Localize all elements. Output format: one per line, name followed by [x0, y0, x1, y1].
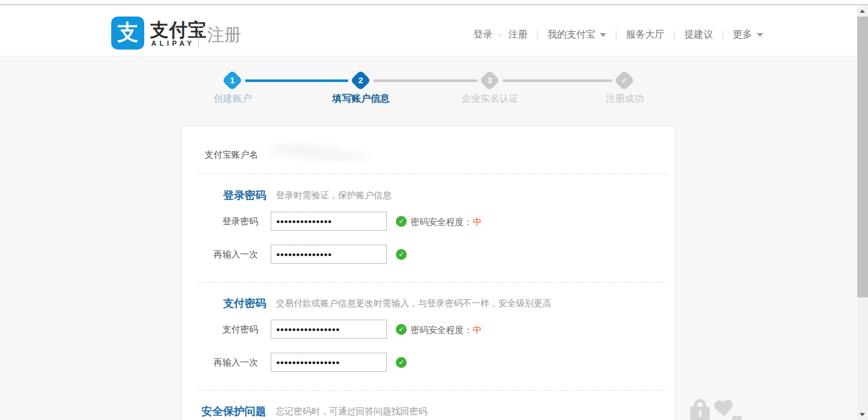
check-circle-icon: ✓ — [396, 324, 407, 335]
pay-password-confirm-label: 再输入一次 — [182, 357, 258, 369]
alipay-logo-icon: 支 — [111, 17, 144, 50]
login-password-confirm-label: 再输入一次 — [182, 249, 258, 261]
pay-password-section-title: 支付密码 — [182, 296, 266, 311]
nav-service-hall-link[interactable]: 服务大厅 — [626, 29, 664, 41]
account-name-label: 支付宝账户名 — [182, 149, 258, 161]
step-4-marker: ✓ — [614, 70, 635, 91]
pay-password-input[interactable] — [271, 320, 387, 339]
nav-separator: | — [722, 29, 724, 39]
stepper-connector-active — [245, 79, 348, 82]
scrollbar-thumb[interactable] — [857, 17, 868, 297]
step-1-marker: 1 — [222, 70, 243, 91]
pay-password-label: 支付密码 — [182, 324, 258, 335]
page-title: 注册 — [207, 24, 241, 46]
login-password-label: 登录密码 — [182, 216, 258, 227]
nav-login-link[interactable]: 登录 — [473, 29, 492, 41]
nav-separator: | — [536, 29, 539, 39]
nav-suggest-link[interactable]: 提建议 — [684, 29, 713, 41]
step-2-label: 填写账户信息 — [304, 93, 418, 105]
stepper-connector — [374, 79, 477, 82]
step-1-label: 创建账户 — [175, 93, 290, 105]
login-password-input[interactable] — [271, 212, 387, 231]
strength-level: 中 — [473, 325, 482, 335]
check-circle-icon: ✓ — [396, 216, 407, 227]
registration-form-card: 支付宝账户名 登录密码 登录时需验证，保护账户信息 登录密码 ✓ 密码安全程度：… — [181, 125, 675, 420]
login-password-section-title: 登录密码 — [182, 188, 266, 203]
security-question-section-title: 安全保护问题 — [182, 404, 266, 419]
step-3-marker: 3 — [479, 70, 500, 91]
account-name-redacted — [269, 141, 372, 165]
login-password-section-desc: 登录时需验证，保护账户信息 — [276, 190, 391, 201]
chevron-down-icon — [757, 33, 763, 37]
check-circle-icon: ✓ — [396, 249, 407, 260]
scrollbar-down-button[interactable] — [857, 409, 868, 420]
login-password-strength: 密码安全程度：中 — [410, 217, 482, 228]
logo-divider — [198, 20, 199, 48]
browser-chrome-strip — [0, 0, 868, 5]
vertical-scrollbar[interactable] — [857, 6, 868, 420]
brand-name-latin: ALIPAY — [151, 39, 195, 47]
step-2-marker: 2 — [350, 70, 371, 91]
scrollbar-up-button[interactable] — [857, 6, 868, 17]
login-password-confirm-input[interactable] — [271, 245, 387, 264]
divider — [198, 173, 667, 174]
pay-password-confirm-input[interactable] — [271, 353, 387, 372]
chevron-down-icon — [600, 33, 606, 37]
top-nav: 登录 - 注册 | 我的支付宝 | 服务大厅 | 提建议 | 更多 — [473, 27, 763, 42]
nav-my-alipay-menu[interactable]: 我的支付宝 — [548, 29, 606, 41]
nav-register-link[interactable]: 注册 — [508, 29, 527, 41]
arrow-down-icon — [860, 413, 865, 416]
security-question-section-desc: 忘记密码时，可通过回答问题找回密码 — [276, 406, 427, 417]
nav-separator: | — [615, 29, 618, 39]
pay-password-strength: 密码安全程度：中 — [410, 325, 482, 336]
arrow-up-icon — [860, 10, 865, 13]
strength-level: 中 — [473, 217, 482, 227]
step-4-label: 注册成功 — [567, 93, 682, 105]
check-circle-icon: ✓ — [396, 357, 407, 368]
pay-password-section-desc: 交易付款或账户信息更改时需输入，与登录密码不一样，安全级别更高 — [276, 298, 552, 309]
header: 支 支付宝 ALIPAY 注册 登录 - 注册 | 我的支付宝 | 服务大厅 |… — [0, 6, 868, 57]
step-3-label: 企业实名认证 — [433, 93, 547, 105]
heart-icon-small — [733, 417, 741, 420]
nav-separator: | — [673, 29, 675, 39]
stepper-connector — [503, 79, 612, 82]
divider — [198, 282, 667, 283]
nav-dash: - — [499, 29, 502, 40]
divider — [198, 390, 667, 391]
nav-more-menu[interactable]: 更多 — [733, 29, 763, 41]
